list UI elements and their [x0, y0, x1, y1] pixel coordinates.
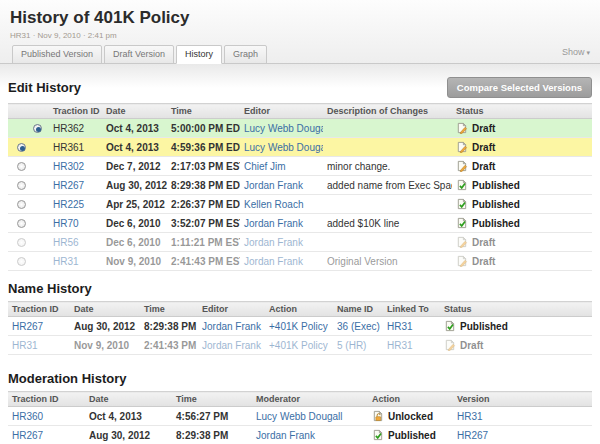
name-id-link[interactable]: 5 (HR): [337, 340, 366, 351]
moderation-time: 8:29:38 PM: [176, 430, 228, 441]
table-row: HR360 Oct 4, 2013 4:56:27 PM Lucy Webb D…: [8, 407, 592, 426]
version-select-radio[interactable]: [17, 219, 26, 228]
traction-id[interactable]: HR267: [12, 321, 43, 332]
editor-link[interactable]: Jordan Frank: [202, 321, 261, 332]
version-select-radio[interactable]: [17, 143, 26, 152]
traction-id[interactable]: HR361: [53, 142, 84, 153]
version-select-radio[interactable]: [17, 238, 26, 247]
traction-id[interactable]: HR31: [53, 256, 79, 267]
version-select-radio[interactable]: [33, 124, 42, 133]
moderator-link[interactable]: Lucy Webb Dougall: [256, 411, 343, 422]
version-link[interactable]: HR31: [457, 411, 483, 422]
tab-history[interactable]: History: [176, 45, 222, 64]
name-action-link[interactable]: +401K Policy: [269, 340, 328, 351]
compare-selected-versions-button[interactable]: Compare Selected Versions: [447, 77, 592, 98]
moderation-history-table: Traction ID Date Time Moderator Action V…: [8, 391, 592, 444]
moderation-time: 4:56:27 PM: [176, 411, 228, 422]
draft-icon: [456, 236, 468, 248]
editor-link[interactable]: Jordan Frank: [202, 340, 261, 351]
tab-graph[interactable]: Graph: [224, 45, 267, 64]
status-label: Draft: [472, 142, 495, 153]
version-select-radio[interactable]: [17, 181, 26, 190]
tab-draft-version[interactable]: Draft Version: [104, 45, 174, 64]
edit-time: 2:26:37 PM EDT: [171, 199, 240, 210]
published-icon: [456, 217, 468, 229]
linked-to-link[interactable]: HR31: [387, 321, 413, 332]
draft-icon: [456, 122, 468, 134]
edit-date: Oct 4, 2013: [106, 142, 159, 153]
editor-link[interactable]: Jordan Frank: [244, 218, 303, 229]
editor-link[interactable]: Jordan Frank: [244, 180, 303, 191]
traction-id[interactable]: HR302: [53, 161, 84, 172]
column-linked-to: Linked To: [383, 302, 440, 317]
column-status: Status: [440, 302, 592, 317]
editor-link[interactable]: Chief Jim: [244, 161, 286, 172]
show-dropdown[interactable]: Show▾: [562, 47, 590, 57]
published-icon: [456, 198, 468, 210]
editor-link[interactable]: Kellen Roach: [244, 199, 303, 210]
masthead: History of 401K Policy HR31 · Nov 9, 201…: [0, 0, 600, 64]
name-history-header-row: Traction ID Date Time Editor Action Name…: [8, 302, 592, 317]
status-label: Draft: [472, 123, 495, 134]
edit-date: Aug 30, 2012: [106, 180, 167, 191]
editor-link[interactable]: Lucy Webb Dougall: [244, 123, 323, 134]
column-action: Action: [265, 302, 333, 317]
traction-id[interactable]: HR360: [12, 411, 43, 422]
status-label: Published: [472, 199, 520, 210]
table-row: HR56 Dec 6, 2010 1:11:21 PM EST Jordan F…: [8, 233, 592, 252]
moderation-date: Aug 30, 2012: [89, 430, 150, 441]
name-action-link[interactable]: +401K Policy: [269, 321, 328, 332]
column-time: Time: [167, 104, 240, 119]
traction-id[interactable]: HR267: [12, 430, 43, 441]
version-link[interactable]: HR267: [457, 430, 488, 441]
version-select-radio[interactable]: [17, 162, 26, 171]
published-icon: [444, 320, 456, 332]
column-traction-id: Traction ID: [8, 302, 70, 317]
change-description: minor change.: [327, 161, 390, 172]
version-select-radio[interactable]: [17, 200, 26, 209]
name-history-title: Name History: [8, 281, 92, 296]
version-select-radio[interactable]: [17, 257, 26, 266]
table-row: HR225 Apr 25, 2012 2:26:37 PM EDT Kellen…: [8, 195, 592, 214]
column-version: Version: [453, 392, 592, 407]
column-traction-id: Traction ID: [45, 104, 102, 119]
edit-history-table: Traction ID Date Time Editor Description…: [8, 103, 592, 271]
name-date: Nov 9, 2010: [74, 340, 129, 351]
name-time: 2:41:43 PM: [144, 340, 196, 351]
moderation-history-title: Moderation History: [8, 371, 126, 386]
editor-link[interactable]: Jordan Frank: [244, 237, 303, 248]
column-editor: Editor: [198, 302, 265, 317]
table-row: HR31 Nov 9, 2010 2:41:43 PM EST Jordan F…: [8, 252, 592, 271]
linked-to-link[interactable]: HR31: [387, 340, 413, 351]
column-moderator: Moderator: [252, 392, 368, 407]
name-time: 8:29:38 PM: [144, 321, 196, 332]
moderator-link[interactable]: Jordan Frank: [256, 430, 315, 441]
traction-id[interactable]: HR70: [53, 218, 79, 229]
change-description: added name from Exec Space: [327, 180, 452, 191]
published-icon: [456, 179, 468, 191]
traction-id[interactable]: HR362: [53, 123, 84, 134]
editor-link[interactable]: Jordan Frank: [244, 256, 303, 267]
name-id-link[interactable]: 36 (Exec): [337, 321, 380, 332]
change-description: Original Version: [327, 256, 398, 267]
page-subtitle: HR31 · Nov 9, 2010 · 2:41 pm: [10, 31, 590, 40]
edit-date: Nov 9, 2010: [106, 256, 161, 267]
status-label: Draft: [472, 256, 495, 267]
tab-published-version[interactable]: Published Version: [12, 45, 102, 64]
moderation-history-header-row: Traction ID Date Time Moderator Action V…: [8, 392, 592, 407]
traction-id[interactable]: HR267: [53, 180, 84, 191]
editor-link[interactable]: Lucy Webb Dougall: [244, 142, 323, 153]
column-time: Time: [140, 302, 198, 317]
column-description: Description of Changes: [323, 104, 452, 119]
table-row: HR302 Dec 7, 2012 2:17:03 PM EST Chief J…: [8, 157, 592, 176]
chevron-down-icon: ▾: [586, 49, 590, 56]
traction-id[interactable]: HR225: [53, 199, 84, 210]
traction-id[interactable]: HR56: [53, 237, 79, 248]
edit-time: 2:17:03 PM EST: [171, 161, 240, 172]
table-row: HR267 Aug 30, 2012 8:29:38 PM Jordan Fra…: [8, 426, 592, 444]
change-description: added $10K line: [327, 218, 399, 229]
edit-history-header: Edit History Compare Selected Versions: [8, 64, 592, 98]
edit-time: 2:41:43 PM EST: [171, 256, 240, 267]
traction-id[interactable]: HR31: [12, 340, 38, 351]
name-history-table: Traction ID Date Time Editor Action Name…: [8, 301, 592, 355]
